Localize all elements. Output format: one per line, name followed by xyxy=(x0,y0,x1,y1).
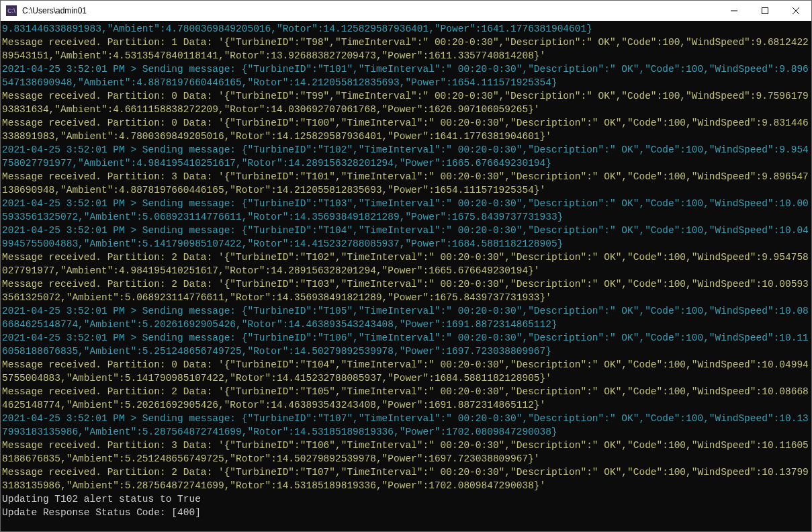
terminal-line: 2021-04-25 3:52:01 PM > Sending message:… xyxy=(2,64,809,88)
terminal-line: Message received. Partition: 3 Data: '{"… xyxy=(2,171,809,195)
terminal-output[interactable]: 9.831446338891983,"Ambient":4.7800369849… xyxy=(1,21,811,531)
terminal-line: 2021-04-25 3:52:01 PM > Sending message:… xyxy=(2,225,809,249)
terminal-line: Message received. Partition: 2 Data: '{"… xyxy=(2,279,809,303)
terminal-line: Message received. Partition: 0 Data: '{"… xyxy=(2,91,809,115)
app-icon: C:\ xyxy=(6,5,17,16)
terminal-line: 2021-04-25 3:52:01 PM > Sending message:… xyxy=(2,306,809,330)
terminal-line: 2021-04-25 3:52:01 PM > Sending message:… xyxy=(2,413,809,437)
svg-rect-1 xyxy=(762,8,768,14)
minimize-icon xyxy=(731,7,737,14)
terminal-line: 2021-04-25 3:52:01 PM > Sending message:… xyxy=(2,198,809,222)
terminal-line: Update Response Status Code: [400] xyxy=(2,507,201,518)
terminal-line: Message received. Partition: 2 Data: '{"… xyxy=(2,467,809,491)
close-icon xyxy=(793,7,799,14)
terminal-line: Message received. Partition: 0 Data: '{"… xyxy=(2,359,809,384)
maximize-button[interactable] xyxy=(750,1,780,21)
terminal-line: Message received. Partition: 2 Data: '{"… xyxy=(2,386,809,410)
app-window: C:\ C:\Users\admin01 9.831446338891983,"… xyxy=(0,0,812,532)
terminal-line: Message received. Partition: 3 Data: '{"… xyxy=(2,440,809,464)
terminal-line: Message received. Partition: 0 Data: '{"… xyxy=(2,118,809,142)
window-controls xyxy=(719,1,811,21)
terminal-line: 2021-04-25 3:52:01 PM > Sending message:… xyxy=(2,332,809,357)
terminal-line: 9.831446338891983,"Ambient":4.7800369849… xyxy=(2,24,592,34)
window-title: C:\Users\admin01 xyxy=(22,6,719,15)
terminal-line: Message received. Partition: 2 Data: '{"… xyxy=(2,252,809,276)
terminal-line: Message received. Partition: 1 Data: '{"… xyxy=(2,37,809,61)
close-button[interactable] xyxy=(780,1,811,21)
maximize-icon xyxy=(762,7,768,14)
terminal-line: Updating T102 alert status to True xyxy=(2,494,201,504)
titlebar[interactable]: C:\ C:\Users\admin01 xyxy=(1,1,811,21)
terminal-line: 2021-04-25 3:52:01 PM > Sending message:… xyxy=(2,144,809,169)
minimize-button[interactable] xyxy=(719,1,750,21)
